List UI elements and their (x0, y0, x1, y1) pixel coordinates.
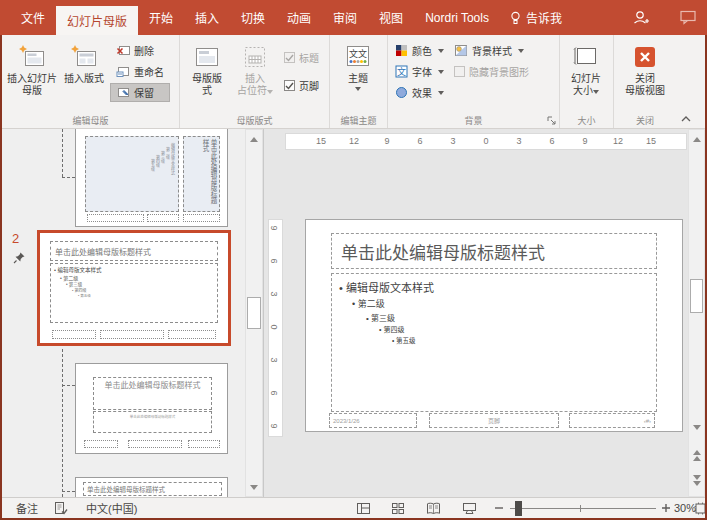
slide-size-label-1: 幻灯片 (571, 73, 601, 85)
slide-editing-area[interactable]: 单击此处编辑母版标题样式 编辑母版文本样式 第二级 第三级 第四级 第五级 20… (305, 219, 683, 432)
colors-icon (395, 44, 408, 57)
insert-slide-master-label: 插入幻灯片母版 (7, 73, 57, 97)
zoom-in-button[interactable] (661, 498, 671, 518)
notes-button[interactable]: 备注 (16, 498, 38, 518)
group-master-layout: 母版版式 插入 占位符 标题 页脚 母版版式 (180, 35, 330, 128)
bullet-level-4: 第四级 (379, 324, 656, 334)
thumbnail-layout-next[interactable]: 单击此处编辑母版标题样式 (75, 477, 228, 497)
insert-layout-button[interactable]: 插入版式 (58, 38, 110, 114)
footer-placeholder (128, 440, 182, 448)
slide-size-button[interactable]: 幻灯片 大小 (564, 38, 608, 114)
insert-slide-master-button[interactable]: 插入幻灯片母版 (6, 38, 58, 114)
insert-placeholder-icon (242, 41, 268, 73)
thumbnail-layout-title[interactable]: 单击此处编辑母版标题样式 单击此处编辑母版副标题样式 (75, 363, 228, 454)
comments-icon[interactable] (680, 10, 697, 25)
footer-placeholder (87, 214, 144, 222)
hierarchy-connector (62, 129, 63, 177)
date-placeholder[interactable]: 2023/1/26 (329, 413, 417, 428)
vertical-title-text: 单击此处编辑母版标题样式 (201, 139, 217, 209)
fonts-button[interactable]: 文 字体 (392, 61, 447, 82)
reading-view-button[interactable] (426, 498, 441, 518)
scrollbar-thumb[interactable] (690, 279, 703, 313)
delete-icon (116, 44, 130, 57)
scroll-down-button[interactable] (690, 419, 703, 435)
footer-checkbox[interactable] (284, 80, 295, 91)
tab-file[interactable]: 文件 (10, 0, 56, 35)
footer-placeholder (84, 440, 118, 448)
scroll-up-button[interactable] (247, 131, 261, 147)
zoom-slider-midtick (580, 505, 581, 512)
rename-label: 重命名 (134, 64, 164, 79)
slide-body-placeholder[interactable]: 编辑母版文本样式 第二级 第三级 第四级 第五级 (331, 273, 657, 412)
lightbulb-icon (510, 11, 521, 25)
group-label-master-layout: 母版版式 (180, 114, 329, 127)
vertical-body-level: 第五级 (150, 143, 155, 207)
preserve-button[interactable]: 保留 (110, 83, 170, 102)
delete-button[interactable]: 删除 (110, 41, 170, 60)
slide-title-placeholder[interactable]: 单击此处编辑母版标题样式 (331, 233, 657, 269)
ribbon: 插入幻灯片母版 插入版式 删除 重命名 (2, 35, 705, 129)
themes-label: 主题 (348, 73, 368, 85)
close-master-view-button[interactable]: 关闭 母版视图 (618, 38, 672, 114)
thumbnail-master-selected[interactable]: 单击此处编辑母版标题样式 • 编辑母版文本样式 • 第二级 • 第三级 • 第四… (37, 230, 231, 346)
proofing-icon[interactable] (54, 498, 68, 518)
zoom-level[interactable]: 30% (674, 498, 696, 518)
rename-button[interactable]: 重命名 (110, 62, 170, 81)
background-styles-label: 背景样式 (472, 43, 512, 58)
tab-nordri-tools[interactable]: Nordri Tools (414, 0, 500, 35)
tab-insert[interactable]: 插入 (184, 0, 230, 35)
tab-animations[interactable]: 动画 (276, 0, 322, 35)
group-edit-theme: 文文 主题 编辑主题 (330, 35, 388, 128)
main-scrollbar[interactable] (688, 129, 705, 497)
scroll-down-button[interactable] (247, 479, 261, 495)
collapse-ribbon-button[interactable] (679, 113, 693, 125)
zoom-slider-thumb[interactable] (515, 501, 522, 516)
footer-checkbox-label: 页脚 (299, 78, 319, 93)
tab-transitions[interactable]: 切换 (230, 0, 276, 35)
tab-bar: 文件 幻灯片母版 开始 插入 切换 动画 审阅 视图 Nordri Tools … (0, 0, 707, 35)
next-slide-button[interactable] (690, 472, 703, 488)
master-body-level: • 编辑母版文本样式 (54, 266, 217, 274)
themes-button[interactable]: 文文 主题 (334, 38, 382, 114)
tab-review[interactable]: 审阅 (322, 0, 368, 35)
language-indicator[interactable]: 中文(中国) (86, 498, 137, 518)
hierarchy-connector (62, 349, 63, 497)
zoom-out-button[interactable] (494, 498, 504, 518)
background-styles-icon (454, 44, 468, 57)
share-person-icon[interactable] (632, 10, 650, 26)
scroll-up-button[interactable] (690, 131, 703, 147)
slide-size-icon (573, 41, 599, 73)
group-label-edit-master: 编辑母版 (2, 114, 179, 127)
themes-icon: 文文 (344, 41, 372, 73)
zoom-slider-track[interactable] (510, 508, 656, 509)
master-body-placeholder: • 编辑母版文本样式 • 第二级 • 第三级 • 第四级 • 第五级 (50, 263, 218, 323)
title-layout-title-placeholder: 单击此处编辑母版标题样式 (93, 377, 212, 410)
next-layout-title-text: 单击此处编辑母版标题样式 (87, 484, 165, 494)
scrollbar-thumb[interactable] (247, 297, 261, 329)
tab-home[interactable]: 开始 (138, 0, 184, 35)
slide-sorter-view-button[interactable] (391, 498, 405, 518)
slide-thumbnails-panel: 编辑母版文本样式 第二级 第三级 第四级 第五级 单击此处编辑母版标题样式 2 … (2, 129, 263, 497)
master-layout-button[interactable]: 母版版式 (184, 38, 230, 114)
normal-view-button[interactable] (356, 498, 371, 518)
footer-checkbox-row[interactable]: 页脚 (284, 78, 319, 93)
thumbnails-scrollbar[interactable] (245, 129, 263, 497)
previous-slide-button[interactable] (690, 447, 703, 463)
title-checkbox (284, 52, 295, 63)
tab-slide-master[interactable]: 幻灯片母版 (56, 6, 138, 35)
insert-placeholder-label-1: 插入 (245, 73, 265, 85)
slide-canvas: 1512 96 30 36 912 15 96 30 36 9 单击此处编辑母版… (264, 129, 688, 497)
slide-show-button[interactable] (462, 498, 477, 518)
footer-placeholder[interactable]: 页脚 (429, 413, 559, 428)
svg-text:文文: 文文 (349, 48, 367, 59)
thumbnail-layout-vertical[interactable]: 编辑母版文本样式 第二级 第三级 第四级 第五级 单击此处编辑母版标题样式 (75, 129, 228, 227)
effects-icon (395, 86, 408, 99)
colors-button[interactable]: 颜色 (392, 40, 447, 61)
footer-placeholder (183, 214, 220, 222)
tell-me-box[interactable]: 告诉我 (500, 0, 572, 35)
background-styles-button[interactable]: 背景样式 (451, 40, 532, 61)
slide-number-placeholder[interactable]: ‹#› (569, 413, 655, 428)
effects-label: 效果 (412, 85, 432, 100)
effects-button[interactable]: 效果 (392, 82, 447, 103)
tab-view[interactable]: 视图 (368, 0, 414, 35)
